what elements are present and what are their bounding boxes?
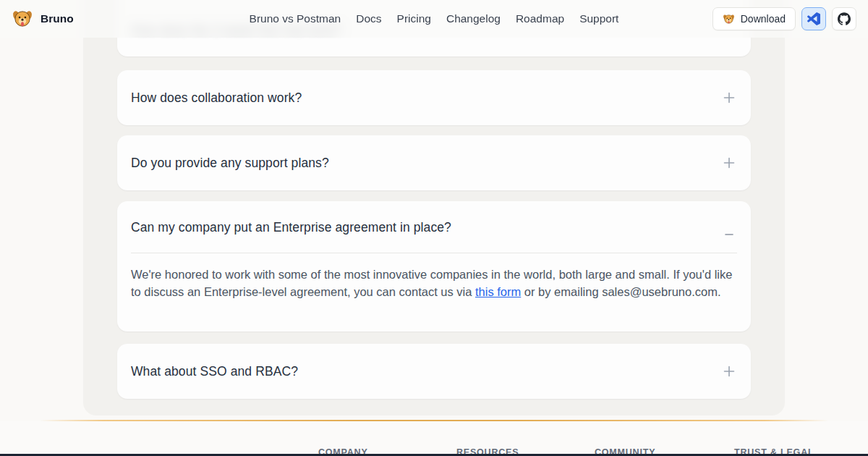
faq-question: Can my company put an Enterprise agreeme…: [131, 220, 705, 235]
vscode-icon: [807, 12, 820, 25]
nav-link-support[interactable]: Support: [579, 12, 618, 25]
card-divider: [131, 253, 737, 253]
github-icon: [838, 12, 851, 25]
faq-question: How does collaboration work?: [131, 90, 705, 106]
faq-card-support-plans[interactable]: Do you provide any support plans?: [117, 135, 751, 190]
faq-question: What about SSO and RBAC?: [131, 364, 705, 379]
download-label: Download: [741, 13, 786, 25]
nav-link-roadmap[interactable]: Roadmap: [516, 12, 564, 25]
nav-link-changelog[interactable]: Changelog: [446, 12, 501, 25]
faq-question: Do you provide any support plans?: [131, 156, 705, 171]
nav-link-bruno-vs-postman[interactable]: Bruno vs Postman: [250, 12, 341, 25]
answer-text: or by emailing sales@usebruno.com.: [521, 285, 720, 298]
nav-link-docs[interactable]: Docs: [356, 12, 381, 25]
dog-face-icon: [12, 8, 33, 30]
vscode-button[interactable]: [801, 7, 826, 30]
footer: COMPANY RESOURCES COMMUNITY TRUST & LEGA…: [0, 421, 868, 456]
download-button[interactable]: Download: [712, 7, 796, 30]
github-button[interactable]: [832, 7, 856, 30]
pricing-faq-page: How does the 2-week free trial work? How…: [0, 0, 868, 456]
faq-answer: We're honored to work with some of the m…: [131, 266, 733, 300]
minus-icon[interactable]: [722, 227, 736, 242]
plus-icon[interactable]: [722, 364, 736, 379]
main-nav: Bruno vs Postman Docs Pricing Changelog …: [250, 0, 619, 38]
brand-name: Bruno: [41, 12, 74, 25]
this-form-link[interactable]: this form: [475, 285, 521, 298]
brand-logo[interactable]: Bruno: [12, 0, 74, 38]
faq-card-sso-rbac[interactable]: What about SSO and RBAC?: [117, 344, 751, 399]
dog-face-icon: [723, 13, 735, 25]
plus-icon[interactable]: [722, 156, 736, 170]
plus-icon[interactable]: [722, 90, 736, 105]
top-navbar: Bruno Bruno vs Postman Docs Pricing Chan…: [0, 0, 868, 38]
nav-link-pricing[interactable]: Pricing: [397, 12, 431, 25]
faq-card-enterprise-expanded[interactable]: Can my company put an Enterprise agreeme…: [117, 201, 751, 332]
navbar-actions: Download: [712, 0, 856, 38]
faq-card-collaboration[interactable]: How does collaboration work?: [117, 70, 751, 125]
